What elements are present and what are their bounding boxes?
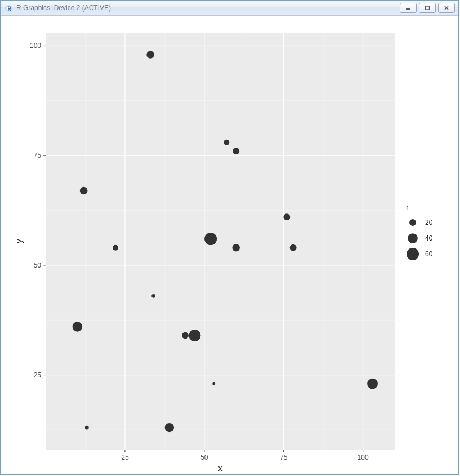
x-axis-title: x bbox=[218, 464, 222, 473]
chart-svg: 255075100255075100xyr204060 bbox=[1, 16, 459, 475]
plot-panel bbox=[46, 33, 395, 450]
legend-label: 60 bbox=[425, 250, 433, 258]
data-point bbox=[290, 244, 297, 251]
legend-label: 40 bbox=[425, 234, 433, 242]
y-tick-label: 100 bbox=[30, 42, 41, 50]
maximize-button[interactable] bbox=[419, 3, 436, 13]
svg-rect-2 bbox=[406, 8, 410, 10]
window-title: R Graphics: Device 2 (ACTIVE) bbox=[16, 4, 400, 12]
data-point bbox=[151, 294, 155, 298]
close-button[interactable] bbox=[438, 3, 455, 13]
svg-rect-3 bbox=[426, 6, 430, 10]
data-point bbox=[232, 244, 240, 252]
x-tick-label: 50 bbox=[200, 453, 208, 461]
legend-swatch bbox=[407, 248, 419, 260]
chart: 255075100255075100xyr204060 bbox=[1, 16, 458, 474]
y-tick-label: 50 bbox=[34, 261, 42, 269]
data-point bbox=[283, 213, 290, 220]
window-controls bbox=[400, 3, 455, 13]
y-axis-title: y bbox=[15, 239, 24, 243]
titlebar[interactable]: R Graphics: Device 2 (ACTIVE) bbox=[1, 1, 458, 16]
data-point bbox=[367, 379, 378, 389]
y-tick-label: 25 bbox=[34, 371, 42, 379]
legend-swatch bbox=[409, 219, 416, 226]
data-point bbox=[80, 187, 88, 195]
data-point bbox=[182, 332, 189, 339]
plot-client-area: 255075100255075100xyr204060 bbox=[1, 16, 458, 474]
r-app-icon bbox=[4, 3, 13, 12]
legend-title: r bbox=[406, 203, 409, 212]
r-graphics-window: R Graphics: Device 2 (ACTIVE) 2550751002… bbox=[0, 0, 459, 475]
data-point bbox=[233, 148, 239, 154]
data-point bbox=[85, 426, 89, 430]
data-point bbox=[204, 233, 217, 245]
legend-label: 20 bbox=[425, 219, 433, 226]
y-tick-label: 75 bbox=[34, 152, 42, 159]
data-point bbox=[113, 245, 118, 251]
x-tick-label: 75 bbox=[280, 453, 288, 461]
data-point bbox=[146, 51, 154, 59]
x-tick-label: 100 bbox=[358, 453, 369, 461]
data-point bbox=[165, 423, 174, 432]
data-point bbox=[212, 382, 215, 385]
data-point bbox=[189, 330, 200, 341]
data-point bbox=[73, 322, 83, 332]
data-point bbox=[224, 140, 229, 145]
legend-swatch bbox=[408, 233, 418, 243]
minimize-button[interactable] bbox=[400, 3, 417, 13]
x-tick-label: 25 bbox=[121, 453, 129, 461]
